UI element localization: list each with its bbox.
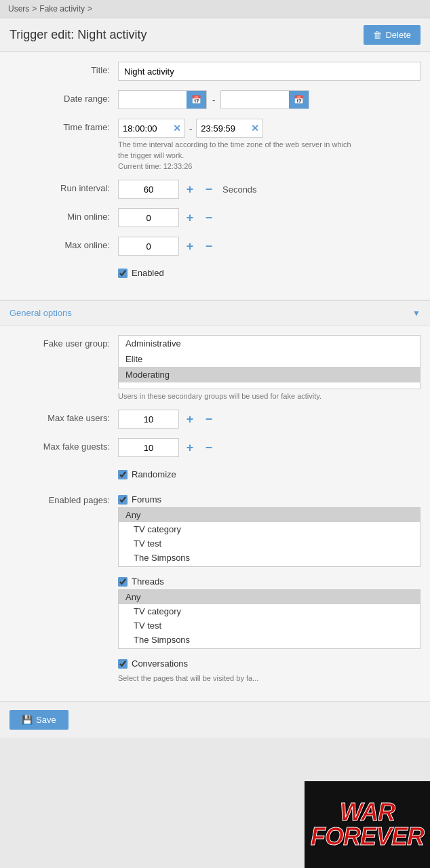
- max-fake-guests-input[interactable]: [118, 438, 179, 457]
- war-line2: FOREVER: [311, 825, 424, 849]
- fake-user-group-row: Fake user group: Administrative Elite Mo…: [0, 335, 430, 400]
- title-row: Title:: [0, 62, 430, 81]
- list-item[interactable]: Any: [119, 508, 420, 522]
- run-interval-plus[interactable]: +: [182, 181, 198, 197]
- war-line1: WAR: [311, 800, 424, 825]
- max-fake-guests-plus[interactable]: +: [182, 439, 198, 456]
- list-item[interactable]: TV test: [119, 536, 420, 551]
- forums-checkbox-row: Forums: [118, 492, 421, 507]
- list-item[interactable]: TV test: [119, 618, 420, 633]
- forums-list[interactable]: Any TV category TV test The Simpsons: [118, 507, 421, 567]
- delete-button[interactable]: 🗑 Delete: [364, 25, 421, 45]
- enabled-control: Enabled: [118, 265, 421, 281]
- time-hint2: the trigger will work.: [118, 151, 421, 159]
- calendar-end-icon[interactable]: 📅: [289, 91, 309, 108]
- group-hint: Users in these secondary groups will be …: [118, 392, 421, 400]
- enabled-pages-label: Enabled pages:: [9, 492, 118, 505]
- min-online-plus[interactable]: +: [182, 210, 198, 226]
- threads-checkbox[interactable]: [118, 577, 128, 587]
- list-item[interactable]: The Simpsons: [119, 551, 420, 565]
- page-title: Trigger edit: Night activity: [9, 28, 146, 42]
- title-label: Title:: [9, 62, 118, 75]
- save-bar: 💾 Save: [0, 701, 430, 738]
- list-item[interactable]: TV category: [119, 522, 420, 536]
- time-frame-control: ✕ - ✕ The time interval according to the…: [118, 119, 421, 170]
- forums-checkbox[interactable]: [118, 495, 128, 505]
- list-item[interactable]: Elite: [119, 351, 420, 367]
- max-fake-users-plus[interactable]: +: [182, 411, 198, 427]
- fake-user-group-label: Fake user group:: [9, 335, 118, 349]
- min-online-wrap: + −: [118, 208, 421, 227]
- enabled-checkbox[interactable]: [118, 269, 128, 278]
- war-forever-text: WAR FOREVER: [311, 800, 424, 849]
- enabled-checkbox-row: Enabled: [118, 265, 421, 281]
- max-online-input[interactable]: [118, 237, 179, 256]
- breadcrumb-sep1: >: [32, 4, 37, 14]
- title-input[interactable]: [118, 62, 421, 81]
- save-button[interactable]: 💾 Save: [9, 710, 69, 730]
- max-online-plus[interactable]: +: [182, 238, 198, 254]
- breadcrumb-users[interactable]: Users: [8, 4, 29, 14]
- date-range-row: Date range: 📅 - 📅: [0, 90, 430, 109]
- breadcrumb-fake-activity[interactable]: Fake activity: [39, 4, 85, 14]
- min-online-minus[interactable]: −: [201, 210, 217, 226]
- time-separator: -: [189, 123, 192, 134]
- max-online-label: Max online:: [9, 237, 118, 250]
- time-hint1: The time interval according to the time …: [118, 140, 421, 149]
- run-interval-minus[interactable]: −: [201, 181, 217, 197]
- enabled-pages-control: Forums Any TV category TV test The Simps…: [118, 492, 421, 682]
- min-online-input[interactable]: [118, 208, 179, 227]
- conversations-hint: Select the pages that will be visited by…: [118, 674, 421, 682]
- enabled-spacer: [9, 265, 118, 269]
- threads-list[interactable]: Any TV category TV test The Simpsons: [118, 589, 421, 649]
- list-item[interactable]: The Simpsons: [119, 633, 420, 647]
- time-frame-row: Time frame: ✕ - ✕ The time interval acco…: [0, 119, 430, 170]
- breadcrumb-sep2: >: [87, 4, 92, 14]
- max-fake-guests-row: Max fake guests: + −: [0, 438, 430, 457]
- list-item[interactable]: Administrative: [119, 336, 420, 351]
- max-fake-users-row: Max fake users: + −: [0, 410, 430, 429]
- randomize-control: Randomize: [118, 467, 421, 482]
- group-select-list[interactable]: Administrative Elite Moderating: [118, 335, 421, 389]
- enabled-label: Enabled: [132, 268, 164, 278]
- date-separator: -: [210, 95, 218, 105]
- time-start-wrap: ✕: [118, 119, 185, 138]
- list-item[interactable]: Any: [119, 590, 420, 604]
- calendar-start-icon[interactable]: 📅: [187, 91, 206, 108]
- save-icon: 💾: [22, 715, 33, 725]
- max-fake-users-wrap: + −: [118, 410, 421, 429]
- max-fake-users-input[interactable]: [118, 410, 179, 429]
- date-start-input[interactable]: [119, 91, 187, 108]
- time-hint3: Current time: 12:33:26: [118, 162, 421, 170]
- run-interval-label: Run interval:: [9, 180, 118, 193]
- date-range: 📅 - 📅: [118, 90, 421, 109]
- breadcrumb: Users > Fake activity >: [0, 0, 430, 18]
- max-online-control: + −: [118, 237, 421, 256]
- max-fake-guests-minus[interactable]: −: [201, 439, 217, 456]
- run-interval-input[interactable]: [118, 180, 179, 199]
- conversations-label: Conversations: [132, 658, 188, 669]
- time-frame-label: Time frame:: [9, 119, 118, 132]
- time-frame: ✕ - ✕: [118, 119, 421, 138]
- max-fake-guests-label: Max fake guests:: [9, 438, 118, 452]
- general-options-header[interactable]: General options ▼: [0, 300, 430, 326]
- time-start-input[interactable]: [119, 119, 170, 137]
- title-control: [118, 62, 421, 81]
- time-end-input[interactable]: [197, 119, 248, 137]
- max-fake-users-minus[interactable]: −: [201, 411, 217, 427]
- max-fake-users-control: + −: [118, 410, 421, 429]
- list-item[interactable]: Moderating: [119, 367, 420, 382]
- time-end-clear[interactable]: ✕: [248, 121, 262, 135]
- time-start-clear[interactable]: ✕: [170, 121, 184, 135]
- threads-checkbox-row: Threads: [118, 574, 421, 589]
- run-interval-wrap: + − Seconds: [118, 180, 421, 199]
- date-range-control: 📅 - 📅: [118, 90, 421, 109]
- randomize-checkbox[interactable]: [118, 470, 128, 479]
- main-form-section: Title: Date range: 📅 - 📅 Time frame:: [0, 52, 430, 300]
- date-end-input[interactable]: [221, 91, 289, 108]
- conversations-checkbox[interactable]: [118, 659, 128, 669]
- run-interval-unit: Seconds: [222, 184, 257, 195]
- max-online-minus[interactable]: −: [201, 238, 217, 254]
- run-interval-row: Run interval: + − Seconds: [0, 180, 430, 199]
- list-item[interactable]: TV category: [119, 604, 420, 618]
